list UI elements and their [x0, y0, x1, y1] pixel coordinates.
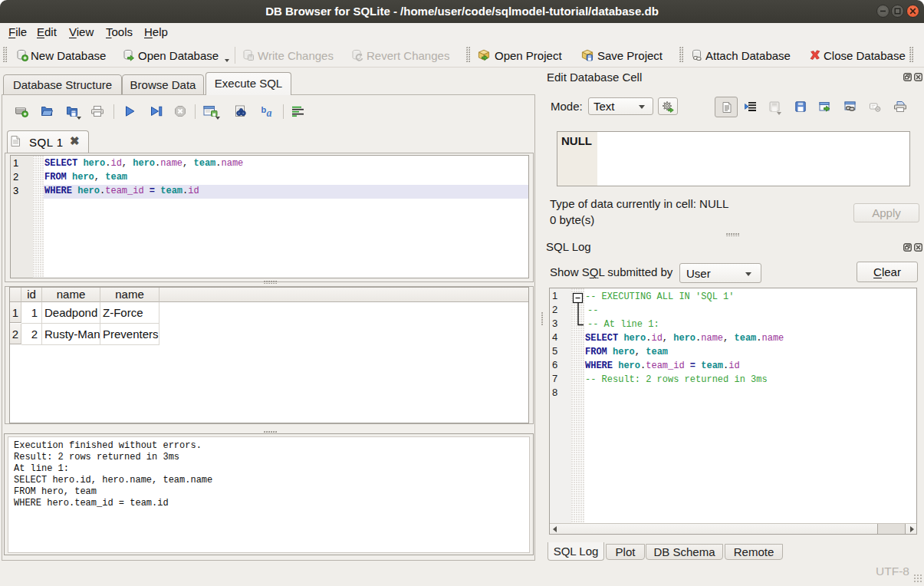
svg-text:b: b — [261, 105, 267, 114]
svg-text:a: a — [267, 107, 272, 118]
